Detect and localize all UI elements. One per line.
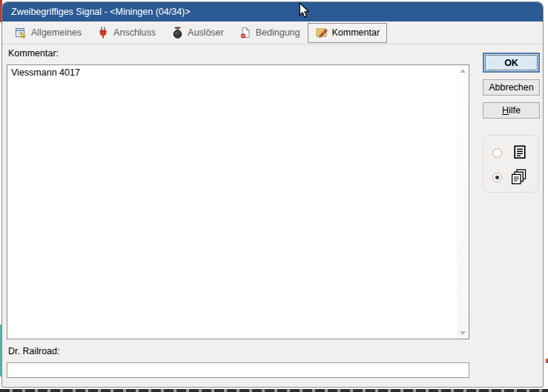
window-title: Zweibegriffiges Signal - <Miningen (04/3…	[11, 7, 191, 17]
condition-document-icon	[239, 27, 252, 39]
railroad-input[interactable]	[7, 362, 469, 378]
comment-note-icon	[315, 27, 329, 39]
plug-icon	[96, 27, 110, 39]
tab-allgemeines[interactable]: Allgemeines	[7, 23, 89, 43]
cancel-button[interactable]: Abbrechen	[483, 79, 540, 96]
radio-multiple-pages[interactable]	[492, 173, 502, 182]
tab-label: Anschluss	[113, 27, 156, 38]
tab-label: Allgemeines	[31, 27, 82, 38]
window-titlebar[interactable]: Zweibegriffiges Signal - <Miningen (04/3…	[2, 2, 543, 21]
ok-button[interactable]: OK	[483, 53, 540, 73]
scroll-down-icon[interactable]	[460, 331, 466, 335]
scroll-up-icon[interactable]	[460, 69, 466, 73]
properties-icon	[14, 27, 27, 39]
tab-bedingung[interactable]: Bedingung	[231, 23, 308, 43]
help-button-label: ilfe	[509, 105, 521, 116]
tab-anschluss[interactable]: Anschluss	[89, 23, 163, 43]
help-button-accel: H	[502, 105, 509, 116]
comment-textarea[interactable]: Viessmann 4017	[7, 64, 469, 339]
signal-properties-dialog: Zweibegriffiges Signal - <Miningen (04/3…	[1, 1, 544, 388]
vertical-scrollbar[interactable]	[457, 65, 469, 339]
detonator-icon	[171, 27, 184, 39]
comment-field-label: Kommentar:	[8, 48, 59, 59]
print-scope-group	[483, 135, 539, 193]
comment-text: Viessmann 4017	[7, 65, 469, 80]
cancel-button-label: Abbrechen	[489, 82, 533, 93]
tab-bar: Allgemeines Anschluss	[2, 21, 543, 44]
railroad-field-label: Dr. Railroad:	[8, 346, 59, 356]
ok-button-label: OK	[504, 58, 518, 68]
single-page-icon	[512, 144, 527, 162]
radio-single-page[interactable]	[492, 148, 502, 158]
tab-kommentar[interactable]: Kommentar	[308, 23, 388, 43]
tab-label: Bedingung	[256, 27, 300, 38]
multi-page-icon	[510, 168, 527, 187]
tab-ausloeser[interactable]: Auslöser	[163, 23, 231, 43]
background-artifact-bottom	[0, 389, 548, 392]
tab-label: Auslöser	[188, 27, 224, 38]
mouse-cursor	[297, 2, 311, 21]
help-button[interactable]: Hilfe	[483, 102, 540, 119]
tab-label: Kommentar	[332, 27, 380, 38]
